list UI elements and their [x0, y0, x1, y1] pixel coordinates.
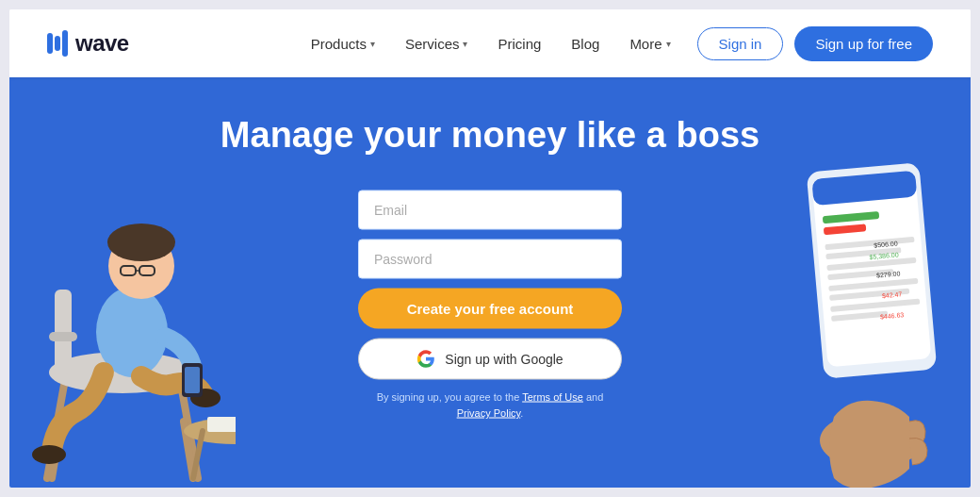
password-input[interactable] [358, 239, 622, 278]
svg-rect-20 [207, 417, 236, 432]
logo: wave [47, 30, 129, 57]
chevron-down-icon: ▾ [666, 39, 671, 49]
chevron-down-icon: ▾ [370, 39, 375, 49]
nav-more[interactable]: More ▾ [629, 36, 670, 52]
nav-blog[interactable]: Blog [571, 36, 599, 52]
page-wrapper: wave Products ▾ Services ▾ Pricing Blog … [9, 9, 971, 488]
chevron-down-icon: ▾ [463, 39, 467, 49]
email-input[interactable] [358, 190, 622, 229]
person-illustration [9, 129, 236, 488]
svg-rect-16 [185, 367, 200, 393]
navbar: wave Products ▾ Services ▾ Pricing Blog … [9, 9, 971, 77]
logo-icon [47, 30, 68, 57]
phone-illustration: $506.00 $5,386.00 $279.00 $42.47 $446.63 [763, 139, 952, 488]
hero-title: Manage your money like a boss [220, 115, 760, 156]
create-account-button[interactable]: Create your free account [358, 288, 622, 328]
nav-pricing[interactable]: Pricing [498, 36, 541, 52]
nav-services[interactable]: Services ▾ [405, 36, 468, 52]
google-icon [416, 349, 435, 368]
svg-point-11 [107, 224, 175, 261]
terms-of-use-link[interactable]: Terms of Use [522, 390, 583, 402]
nav-links: Products ▾ Services ▾ Pricing Blog More … [311, 36, 671, 52]
signup-form: Create your free account Sign up with Go… [358, 190, 622, 422]
signin-button[interactable]: Sign in [697, 27, 784, 60]
logo-bar-3 [62, 30, 68, 57]
svg-rect-6 [49, 332, 77, 341]
terms-text: By signing up, you agree to the Terms of… [377, 389, 604, 422]
logo-bar-2 [55, 36, 60, 51]
google-signup-button[interactable]: Sign up with Google [358, 338, 622, 379]
logo-bar-1 [47, 33, 53, 54]
signup-button[interactable]: Sign up for free [794, 26, 933, 61]
privacy-policy-link[interactable]: Privacy Policy [457, 407, 521, 419]
hero-section: Manage your money like a boss [9, 77, 971, 488]
nav-products[interactable]: Products ▾ [311, 36, 375, 52]
svg-point-8 [32, 445, 66, 464]
logo-text: wave [75, 30, 129, 57]
